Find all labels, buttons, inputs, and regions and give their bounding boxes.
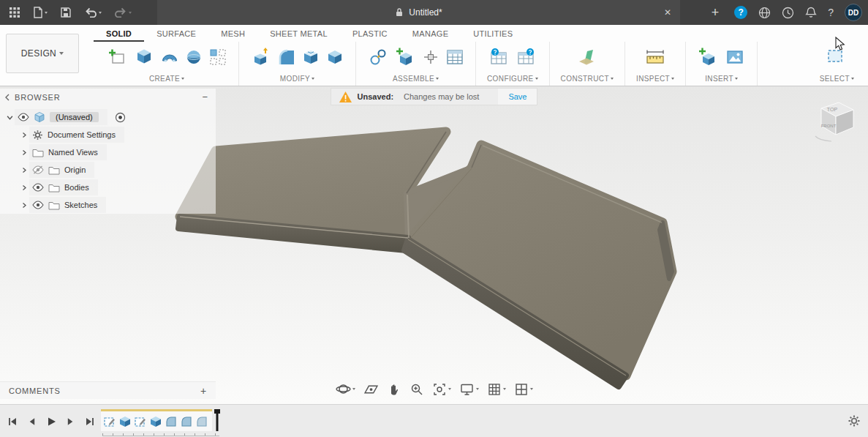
look-at-icon[interactable] bbox=[363, 381, 379, 397]
go-to-end-icon[interactable] bbox=[85, 417, 95, 427]
chevron-right-icon[interactable] bbox=[19, 149, 29, 156]
user-avatar[interactable]: DD bbox=[845, 4, 862, 21]
browser-item-label[interactable]: Sketches bbox=[64, 201, 97, 209]
tab-plastic[interactable]: PLASTIC bbox=[340, 25, 400, 42]
timeline-sketch-feature-icon[interactable] bbox=[133, 414, 148, 429]
timeline-extrude-feature-icon[interactable] bbox=[118, 414, 132, 429]
insert-canvas-icon[interactable] bbox=[724, 46, 746, 68]
zoom-icon[interactable] bbox=[410, 382, 424, 397]
combine-icon[interactable] bbox=[325, 48, 344, 67]
group-label-create[interactable]: CREATE bbox=[149, 72, 184, 84]
workspace-selector[interactable]: DESIGN bbox=[6, 34, 79, 73]
minimize-browser-icon[interactable]: − bbox=[203, 91, 208, 102]
chevron-down-icon[interactable] bbox=[4, 114, 15, 121]
group-label-assemble[interactable]: ASSEMBLE bbox=[393, 72, 439, 84]
group-label-inspect[interactable]: INSPECT bbox=[636, 72, 674, 84]
browser-item-label[interactable]: Origin bbox=[64, 165, 86, 174]
tab-surface[interactable]: SURFACE bbox=[144, 25, 208, 42]
close-tab-icon[interactable]: ✕ bbox=[664, 7, 671, 18]
insert-derive-icon[interactable] bbox=[697, 46, 719, 68]
notifications-bell-icon[interactable] bbox=[805, 4, 817, 20]
pan-hand-icon[interactable] bbox=[387, 382, 401, 397]
group-label-select[interactable]: SELECT bbox=[820, 72, 854, 84]
job-status-clock-icon[interactable] bbox=[782, 4, 794, 20]
construction-plane-icon[interactable] bbox=[576, 46, 598, 68]
timeline-fillet-feature-icon[interactable] bbox=[179, 414, 194, 429]
eye-icon[interactable] bbox=[18, 113, 29, 122]
save-icon[interactable] bbox=[60, 4, 72, 20]
group-label-modify[interactable]: MODIFY bbox=[280, 72, 314, 84]
add-comment-icon[interactable]: + bbox=[200, 385, 207, 397]
viewport-canvas[interactable]: Unsaved: Changes may be lost Save BROWSE… bbox=[0, 86, 868, 404]
new-tab-icon[interactable]: + bbox=[712, 6, 720, 19]
chevron-right-icon[interactable] bbox=[19, 184, 29, 191]
bom-table-icon[interactable] bbox=[445, 48, 464, 67]
undo-icon[interactable] bbox=[84, 4, 102, 20]
browser-item-origin[interactable]: Origin bbox=[0, 161, 216, 179]
step-forward-icon[interactable] bbox=[66, 417, 75, 427]
browser-item-document-settings[interactable]: Document Settings bbox=[0, 126, 216, 143]
tab-sheet-metal[interactable]: SHEET METAL bbox=[257, 25, 340, 42]
measure-icon[interactable] bbox=[644, 46, 666, 68]
group-label-construct[interactable]: CONSTRUCT bbox=[561, 72, 614, 84]
chevron-right-icon[interactable] bbox=[19, 202, 29, 209]
redo-icon[interactable] bbox=[114, 4, 132, 20]
browser-item-sketches[interactable]: Sketches bbox=[0, 196, 216, 214]
comments-panel[interactable]: COMMENTS + bbox=[0, 381, 216, 399]
timeline-extrude-feature-icon[interactable] bbox=[148, 414, 163, 429]
chevron-right-icon[interactable] bbox=[19, 132, 29, 138]
grid-settings-icon[interactable] bbox=[487, 382, 506, 397]
browser-item-root[interactable]: (Unsaved) bbox=[0, 108, 216, 126]
eye-icon[interactable] bbox=[32, 183, 44, 192]
browser-item-label[interactable]: Document Settings bbox=[48, 130, 116, 139]
assemble-joint-icon[interactable] bbox=[367, 46, 389, 68]
file-menu-icon[interactable] bbox=[33, 4, 48, 20]
configuration-table-icon[interactable] bbox=[515, 46, 537, 68]
configuration-icon[interactable] bbox=[488, 46, 510, 68]
tab-mesh[interactable]: MESH bbox=[208, 25, 257, 42]
box-icon[interactable] bbox=[133, 46, 155, 68]
viewports-icon[interactable] bbox=[514, 382, 533, 397]
browser-item-label[interactable]: Bodies bbox=[64, 183, 89, 192]
display-settings-icon[interactable] bbox=[459, 382, 479, 397]
extensions-globe-icon[interactable] bbox=[758, 4, 771, 20]
timeline-zoom-slider[interactable] bbox=[102, 433, 219, 436]
new-component-icon[interactable] bbox=[394, 46, 416, 68]
eye-off-icon[interactable] bbox=[32, 165, 44, 174]
fit-view-icon[interactable] bbox=[432, 382, 451, 397]
view-cube[interactable]: TOP FRONT bbox=[805, 95, 864, 148]
revolve-icon[interactable] bbox=[160, 48, 179, 67]
timeline-track[interactable] bbox=[101, 409, 212, 431]
go-to-start-icon[interactable] bbox=[7, 417, 18, 427]
tab-solid[interactable]: SOLID bbox=[94, 25, 144, 42]
timeline-fillet-feature-icon[interactable] bbox=[195, 414, 209, 429]
eye-icon[interactable] bbox=[32, 201, 44, 209]
orbit-icon[interactable] bbox=[336, 381, 355, 397]
create-sketch-icon[interactable] bbox=[106, 46, 128, 68]
press-pull-icon[interactable] bbox=[250, 46, 272, 68]
tab-manage[interactable]: MANAGE bbox=[400, 25, 461, 42]
fillet-icon[interactable] bbox=[277, 48, 296, 67]
group-label-insert[interactable]: INSERT bbox=[705, 72, 738, 84]
browser-item-label[interactable]: (Unsaved) bbox=[50, 112, 99, 122]
tab-utilities[interactable]: UTILITIES bbox=[461, 25, 525, 42]
timeline-settings-gear-icon[interactable] bbox=[848, 414, 861, 427]
activate-component-radio[interactable] bbox=[115, 112, 126, 123]
pattern-icon[interactable] bbox=[208, 48, 227, 67]
browser-item-named-views[interactable]: Named Views bbox=[0, 143, 216, 161]
group-label-configure[interactable]: CONFIGURE bbox=[487, 72, 538, 84]
collapse-panel-icon[interactable] bbox=[4, 94, 10, 101]
step-back-icon[interactable] bbox=[27, 417, 37, 427]
help-icon[interactable]: ? bbox=[828, 7, 834, 18]
play-icon[interactable] bbox=[46, 417, 56, 427]
save-button[interactable]: Save bbox=[498, 89, 537, 105]
data-panel-grid-icon[interactable] bbox=[9, 4, 20, 20]
document-tab[interactable]: Untitled* ✕ bbox=[157, 0, 680, 25]
chevron-right-icon[interactable] bbox=[19, 167, 29, 173]
assistant-help-icon[interactable]: ? bbox=[734, 6, 747, 19]
joint-origin-icon[interactable] bbox=[421, 48, 440, 67]
timeline-fillet-feature-icon[interactable] bbox=[164, 414, 178, 429]
timeline-playhead[interactable] bbox=[214, 409, 221, 431]
timeline-sketch-feature-icon[interactable] bbox=[102, 414, 117, 429]
browser-item-bodies[interactable]: Bodies bbox=[0, 179, 216, 196]
